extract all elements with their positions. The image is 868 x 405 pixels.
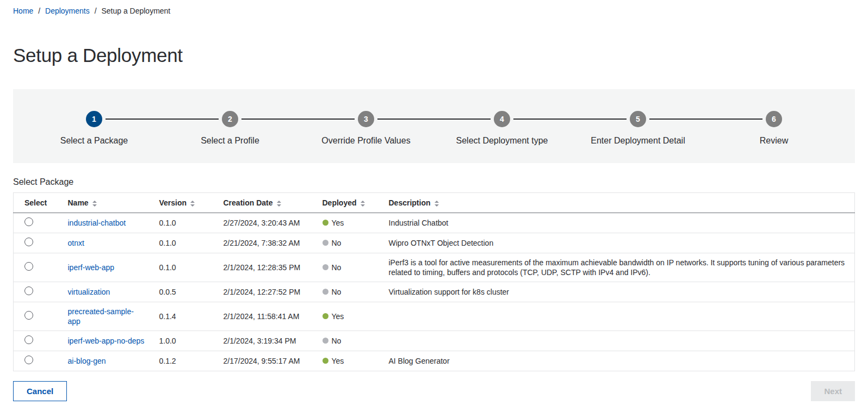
package-row: precreated-sample-app0.1.42/1/2024, 11:5… xyxy=(14,302,855,331)
package-creation-date: 2/27/2024, 3:20:43 AM xyxy=(217,213,316,233)
column-header-label: Description xyxy=(389,198,431,207)
package-row: iperf-web-app-no-deps1.0.02/1/2024, 3:19… xyxy=(14,331,855,351)
package-row: otnxt0.1.02/21/2024, 7:38:32 AMNoWipro O… xyxy=(14,233,855,253)
deployed-status-text: No xyxy=(332,263,342,272)
package-row: iperf-web-app0.1.02/1/2024, 12:28:35 PMN… xyxy=(14,253,855,282)
package-select-radio[interactable] xyxy=(24,286,33,295)
package-name-link[interactable]: precreated-sample-app xyxy=(68,307,134,326)
step-number-circle: 3 xyxy=(358,111,374,127)
stepper-step-4[interactable]: 4Select Deployment type xyxy=(434,111,570,146)
deployed-status-dot xyxy=(323,240,328,246)
deployed-status: Yes xyxy=(323,218,344,228)
package-select-radio[interactable] xyxy=(24,217,33,226)
column-header-label: Deployed xyxy=(323,198,357,207)
package-creation-date: 2/1/2024, 11:58:41 AM xyxy=(217,302,316,331)
sort-icon[interactable] xyxy=(361,201,365,207)
page-title: Setup a Deployment xyxy=(13,45,855,66)
package-creation-date: 2/1/2024, 12:27:52 PM xyxy=(217,282,316,302)
column-header-creation_date[interactable]: Creation Date xyxy=(217,193,316,213)
package-select-radio[interactable] xyxy=(24,238,33,246)
breadcrumb-deployments[interactable]: Deployments xyxy=(45,7,90,15)
column-header-label: Select xyxy=(24,198,47,207)
package-creation-date: 2/21/2024, 7:38:32 AM xyxy=(217,233,316,253)
package-description xyxy=(382,302,855,331)
package-description: AI Blog Generator xyxy=(382,351,855,371)
stepper: 1Select a Package2Select a Profile3Overr… xyxy=(13,89,855,163)
package-version: 0.1.0 xyxy=(153,233,217,253)
package-row: virtualization0.0.52/1/2024, 12:27:52 PM… xyxy=(14,282,855,302)
package-name-link[interactable]: virtualization xyxy=(68,288,110,296)
deployed-status-dot xyxy=(323,289,328,295)
step-number-circle: 1 xyxy=(86,111,102,127)
sort-icon[interactable] xyxy=(435,201,439,207)
step-label: Review xyxy=(760,136,788,146)
breadcrumb-separator: / xyxy=(38,7,40,15)
sort-icon[interactable] xyxy=(277,201,281,207)
sort-icon[interactable] xyxy=(190,201,195,207)
column-header-name[interactable]: Name xyxy=(61,193,153,213)
column-header-deployed[interactable]: Deployed xyxy=(316,193,382,213)
package-version: 1.0.0 xyxy=(153,331,217,351)
sort-icon[interactable] xyxy=(92,201,97,207)
package-version: 0.0.5 xyxy=(153,282,217,302)
package-name-link[interactable]: iperf-web-app xyxy=(68,263,115,272)
package-select-radio[interactable] xyxy=(24,335,33,344)
package-description xyxy=(382,331,855,351)
breadcrumb-home[interactable]: Home xyxy=(13,7,33,15)
column-header-select: Select xyxy=(14,193,61,213)
deployed-status-dot xyxy=(323,220,328,226)
package-description: Wipro OTNxT Object Detection xyxy=(382,233,855,253)
package-select-radio[interactable] xyxy=(24,356,33,364)
step-label: Select a Profile xyxy=(201,136,259,146)
step-label: Override Profile Values xyxy=(321,136,410,146)
breadcrumb-current: Setup a Deployment xyxy=(101,7,170,15)
package-name-link[interactable]: iperf-web-app-no-deps xyxy=(68,337,145,345)
package-select-radio[interactable] xyxy=(24,262,33,271)
column-header-description[interactable]: Description xyxy=(382,193,855,213)
deployed-status-dot xyxy=(323,338,328,344)
deployed-status: Yes xyxy=(323,356,344,366)
package-name-link[interactable]: otnxt xyxy=(68,239,84,247)
step-number-circle: 4 xyxy=(494,111,510,127)
package-version: 0.1.0 xyxy=(153,213,217,233)
cancel-button[interactable]: Cancel xyxy=(13,381,67,401)
package-creation-date: 2/1/2024, 3:19:34 PM xyxy=(217,331,316,351)
deployed-status: No xyxy=(323,336,342,346)
deployed-status-dot xyxy=(323,313,328,319)
stepper-step-3[interactable]: 3Override Profile Values xyxy=(298,111,434,146)
package-select-radio[interactable] xyxy=(24,311,33,320)
deployed-status-text: Yes xyxy=(332,356,344,366)
package-name-link[interactable]: ai-blog-gen xyxy=(68,357,106,365)
setup-deployment-page: Home / Deployments / Setup a Deployment … xyxy=(0,0,868,405)
package-version: 0.1.4 xyxy=(153,302,217,331)
stepper-step-2[interactable]: 2Select a Profile xyxy=(162,111,298,146)
step-label: Select Deployment type xyxy=(456,136,548,146)
package-row: ai-blog-gen0.1.22/17/2024, 9:55:17 AMYes… xyxy=(14,351,855,371)
step-number-circle: 5 xyxy=(630,111,646,127)
column-header-version[interactable]: Version xyxy=(153,193,217,213)
column-header-label: Creation Date xyxy=(224,198,273,207)
deployed-status-text: Yes xyxy=(332,218,344,228)
package-description: Industrial Chatbot xyxy=(382,213,855,233)
package-table-body: industrial-chatbot0.1.02/27/2024, 3:20:4… xyxy=(14,213,855,371)
step-label: Select a Package xyxy=(60,136,128,146)
deployed-status-text: Yes xyxy=(332,311,344,321)
step-number-circle: 2 xyxy=(222,111,238,127)
deployed-status: Yes xyxy=(323,311,344,321)
stepper-step-1[interactable]: 1Select a Package xyxy=(26,111,162,146)
column-header-label: Name xyxy=(68,198,89,207)
column-header-label: Version xyxy=(159,198,187,207)
stepper-step-5[interactable]: 5Enter Deployment Detail xyxy=(570,111,706,146)
stepper-step-6[interactable]: 6Review xyxy=(706,111,842,146)
breadcrumb: Home / Deployments / Setup a Deployment xyxy=(13,4,855,16)
package-creation-date: 2/17/2024, 9:55:17 AM xyxy=(217,351,316,371)
deployed-status: No xyxy=(323,263,342,272)
deployed-status-text: No xyxy=(332,238,342,248)
step-label: Enter Deployment Detail xyxy=(591,136,685,146)
package-description: iPerf3 is a tool for active measurements… xyxy=(382,253,855,282)
package-creation-date: 2/1/2024, 12:28:35 PM xyxy=(217,253,316,282)
package-name-link[interactable]: industrial-chatbot xyxy=(68,219,126,227)
package-table: SelectNameVersionCreation DateDeployedDe… xyxy=(13,192,855,371)
next-button[interactable]: Next xyxy=(811,381,855,401)
package-version: 0.1.2 xyxy=(153,351,217,371)
